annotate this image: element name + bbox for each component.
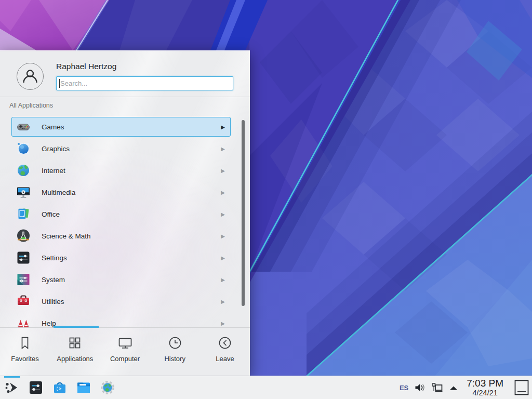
submenu-arrow-icon: ▶ [221,233,225,239]
tab-computer[interactable]: Computer [100,328,150,376]
user-name: Raphael Hertzog [56,62,116,71]
monitor-play-icon [16,185,31,200]
category-row-graphics[interactable]: Graphics ▶ [11,139,231,158]
user-avatar[interactable] [17,63,44,90]
submenu-arrow-icon: ▶ [221,321,225,326]
submenu-arrow-icon: ▶ [221,124,225,130]
submenu-arrow-icon: ▶ [221,146,225,152]
digital-clock[interactable]: 7:03 PM 4/24/21 [467,378,503,397]
help-arrows-icon [16,316,31,327]
gamepad-icon [16,119,31,134]
search-input[interactable] [56,76,233,90]
category-label: System [42,276,65,284]
category-label: Games [42,123,64,131]
tab-label: Applications [57,355,93,363]
grid-icon [67,335,83,351]
application-launcher-popup: Raphael Hertzog All Applications Games ▶ [0,50,250,376]
bookmark-icon [17,335,33,351]
submenu-arrow-icon: ▶ [221,190,225,195]
category-label: Science & Math [42,232,91,240]
taskbar-panel: ES 7:03 PM 4/24/21 [0,376,532,399]
monitor-icon [117,335,133,351]
globe-icon [16,163,31,178]
category-row-utilities[interactable]: Utilities ▶ [11,291,231,311]
tab-history[interactable]: History [150,328,200,376]
submenu-arrow-icon: ▶ [221,299,225,304]
documents-icon [16,207,31,221]
category-row-office[interactable]: Office ▶ [11,204,231,224]
scrollbar-thumb[interactable] [242,120,245,306]
system-tray: ES 7:03 PM 4/24/21 [400,378,532,397]
section-label: All Applications [9,102,53,109]
network-icon[interactable] [431,382,443,393]
taskbar-app-icons [0,380,115,395]
active-tab-indicator [54,326,99,328]
file-manager-icon[interactable] [76,380,91,395]
category-label: Utilities [42,298,64,305]
category-row-system[interactable]: System ▶ [11,270,231,289]
kickoff-launcher-icon[interactable] [4,380,20,395]
show-desktop-button[interactable] [514,380,529,395]
clock-icon [167,335,183,351]
header-divider [0,97,250,97]
system-settings-icon[interactable] [28,380,44,395]
toolbox-icon [16,294,31,309]
submenu-arrow-icon: ▶ [221,255,225,261]
tab-label: Leave [216,355,234,363]
launcher-active-indicator [4,376,20,378]
category-row-science-math[interactable]: Science & Math ▶ [11,226,231,246]
expand-tray-icon[interactable] [449,383,458,392]
sliders-dark-icon [16,250,31,265]
submenu-arrow-icon: ▶ [221,168,225,174]
tab-favorites[interactable]: Favorites [0,328,50,376]
discover-store-icon[interactable] [52,380,68,395]
text-caret [59,79,60,88]
keyboard-layout-indicator[interactable]: ES [400,384,408,392]
category-label: Settings [42,254,67,262]
tab-applications[interactable]: Applications [50,328,100,376]
category-label: Internet [42,167,65,175]
leave-icon [217,335,233,351]
launcher-tab-bar: Favorites Applications Computer [0,327,250,376]
category-list: Games ▶ Graphics ▶ [0,117,250,327]
clock-time: 7:03 PM [467,378,503,388]
clock-date: 4/24/21 [467,389,503,397]
sphere-icon [16,141,31,156]
category-row-internet[interactable]: Internet ▶ [11,161,231,180]
web-browser-icon[interactable] [100,380,115,395]
submenu-arrow-icon: ▶ [221,211,225,217]
tab-leave[interactable]: Leave [200,328,250,376]
category-row-settings[interactable]: Settings ▶ [11,248,231,268]
tab-label: History [164,355,185,363]
category-row-help[interactable]: Help ▶ [11,313,231,327]
category-label: Graphics [42,145,70,153]
user-icon [21,67,39,86]
category-label: Office [42,210,60,218]
category-row-multimedia[interactable]: Multimedia ▶ [11,182,231,202]
submenu-arrow-icon: ▶ [221,277,225,283]
sliders-gradient-icon [16,272,31,287]
flask-icon [16,229,31,243]
tab-label: Computer [110,355,140,363]
category-label: Multimedia [42,189,75,196]
category-row-games[interactable]: Games ▶ [11,117,231,137]
tab-label: Favorites [11,355,38,363]
volume-icon[interactable] [414,382,425,393]
